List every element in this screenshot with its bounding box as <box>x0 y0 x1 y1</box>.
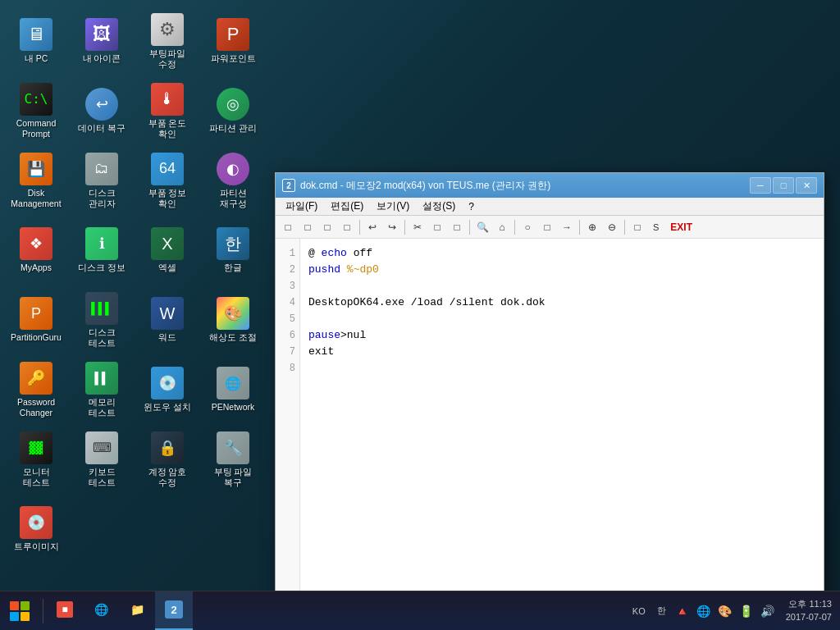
desktop-icon-pe-net[interactable]: 🌐PENetwork <box>201 357 265 422</box>
toolbar-btn-20[interactable]: ⊖ <box>603 218 621 236</box>
desktop-icon-boot-restore[interactable]: 🔧부팅 파일 복구 <box>201 427 265 492</box>
toolbar-btn-3[interactable]: □ <box>338 218 356 236</box>
word-icon: W <box>151 297 184 330</box>
my-apps-icon: ❖ <box>20 227 52 260</box>
color-adj-label: 해상도 조절 <box>209 332 257 343</box>
taskbar-clock[interactable]: 오후 11:13 2017-07-07 <box>781 598 832 623</box>
disk-mgmt-label: Disk Management <box>11 188 61 208</box>
toolbar-exit-btn[interactable]: EXIT <box>665 220 697 235</box>
toolbar-btn-1[interactable]: □ <box>299 218 317 236</box>
taskbar-folder-btn[interactable]: 📁 <box>119 591 155 631</box>
boot-fix-icon: ⚙ <box>151 13 184 46</box>
desktop-icon-acct-pw[interactable]: 🔒계정 암호 수정 <box>135 427 199 492</box>
desktop-icon-cmd[interactable]: C:\Command Prompt <box>4 78 68 144</box>
line-num-3: 3 <box>290 278 299 294</box>
toolbar-btn-22[interactable]: □ <box>628 218 646 236</box>
excel-icon: X <box>151 227 184 260</box>
toolbar-s-btn[interactable]: S <box>648 221 664 234</box>
toolbar-btn-17[interactable]: → <box>558 218 576 236</box>
menu-bar: 파일(F)편집(E)보기(V)설정(S)? <box>276 198 824 216</box>
line-numbers: 12345678 <box>276 239 300 598</box>
desktop-icon-hangul[interactable]: 한한글 <box>201 217 265 283</box>
mon-test-label: 모니터 테스트 <box>23 467 50 487</box>
desktop-icon-color-adj[interactable]: 🎨해상도 조절 <box>201 287 265 353</box>
desktop-icon-pw-changer[interactable]: 🔑Password Changer <box>4 357 68 422</box>
editor-area[interactable]: 12345678 @ echo offpushd %~dp0DesktopOK6… <box>276 239 824 598</box>
taskbar-lang[interactable]: KO <box>629 605 649 618</box>
partition-guru-label: PartitionGuru <box>11 332 62 343</box>
part-info-label: 부품 정보 확인 <box>148 188 187 208</box>
code-area[interactable]: @ echo offpushd %~dp0DesktopOK64.exe /lo… <box>300 239 824 598</box>
desktop-icon-word[interactable]: W워드 <box>135 287 199 353</box>
temp-check-icon: 🌡 <box>151 83 184 116</box>
mem-test-icon: ▌▌ <box>85 362 118 395</box>
title-bar: 2 dok.cmd - 메모장2 mod(x64) von TEUS.me (관… <box>276 173 824 198</box>
toolbar-btn-10[interactable]: □ <box>448 218 466 236</box>
desktop-icon-temp-check[interactable]: 🌡부품 온도 확인 <box>135 78 199 144</box>
title-bar-text: dok.cmd - 메모장2 mod(x64) von TEUS.me (관리자… <box>300 179 750 193</box>
word-label: 워드 <box>158 332 176 343</box>
start-button[interactable] <box>0 591 39 631</box>
desktop-icon-mon-test[interactable]: ▓▓모니터 테스트 <box>4 427 68 492</box>
maximize-button[interactable]: □ <box>773 177 794 194</box>
toolbar-btn-6[interactable]: ↪ <box>383 218 401 236</box>
toolbar-separator-7 <box>404 220 405 235</box>
toolbar-btn-16[interactable]: □ <box>538 218 556 236</box>
toolbar-btn-2[interactable]: □ <box>318 218 336 236</box>
taskbar-notepad-btn[interactable]: 2 <box>155 591 193 631</box>
excel-label: 엑셀 <box>158 262 176 273</box>
desktop-icon-true-image[interactable]: 💿트루이미지 <box>4 496 68 562</box>
minimize-button[interactable]: ─ <box>750 177 771 194</box>
desktop-icon-disk-ctrl[interactable]: 🗂디스크 관리자 <box>70 148 134 213</box>
desktop-icon-disk-test[interactable]: ▌▌▌디스크 테스트 <box>70 287 134 353</box>
desktop-icon-my-icon[interactable]: 🖼내 아이콘 <box>70 8 134 74</box>
tray-battery-icon[interactable]: 🔋 <box>738 603 755 619</box>
data-restore-label: 데이터 복구 <box>78 123 126 134</box>
menu-f[interactable]: 파일(F) <box>279 198 324 215</box>
close-button[interactable]: ✕ <box>796 177 817 194</box>
toolbar-btn-5[interactable]: ↩ <box>363 218 381 236</box>
taskbar: ■🌐📁2 KO 한 🔺 🌐 🎨 🔋 🔊 오후 11:13 2017-07-07 <box>0 591 840 630</box>
toolbar-separator-21 <box>624 220 625 235</box>
toolbar-separator-14 <box>514 220 515 235</box>
menu-v[interactable]: 보기(V) <box>370 198 416 215</box>
toolbar-btn-8[interactable]: ✂ <box>409 218 427 236</box>
menu-e[interactable]: 편집(E) <box>324 198 370 215</box>
tray-color-icon[interactable]: 🎨 <box>717 603 733 619</box>
desktop-icon-kb-test[interactable]: ⌨키보드 테스트 <box>70 427 134 492</box>
taskbar-store-btn[interactable]: ■ <box>47 591 83 631</box>
tray-network-icon[interactable]: 🌐 <box>696 603 712 619</box>
desktop-icon-boot-fix[interactable]: ⚙부팅파일 수정 <box>135 8 199 74</box>
desktop-icon-data-restore[interactable]: ↩데이터 복구 <box>70 78 134 144</box>
my-apps-label: MyApps <box>21 262 52 273</box>
toolbar-btn-9[interactable]: □ <box>428 218 446 236</box>
true-image-label: 트루이미지 <box>14 541 59 552</box>
desktop-icon-my-apps[interactable]: ❖MyApps <box>4 217 68 283</box>
desktop-icon-my-pc[interactable]: 🖥내 PC <box>4 8 68 74</box>
desktop-icon-disk-mgmt[interactable]: 💾Disk Management <box>4 148 68 213</box>
my-icon-icon: 🖼 <box>85 18 118 51</box>
menu-s[interactable]: 설정(S) <box>416 198 462 215</box>
toolbar-btn-13[interactable]: ⌂ <box>493 218 511 236</box>
desktop-icon-mem-test[interactable]: ▌▌메모리 테스트 <box>70 357 134 422</box>
toolbar-btn-0[interactable]: □ <box>279 218 297 236</box>
taskbar-lang-han[interactable]: 한 <box>654 603 669 619</box>
desktop-icon-partition-guru[interactable]: PPartitionGuru <box>4 287 68 353</box>
toolbar-btn-15[interactable]: ○ <box>518 218 536 236</box>
start-icon <box>10 601 30 621</box>
tray-volume-icon[interactable]: 🔊 <box>760 603 776 619</box>
menu-[interactable]: ? <box>462 198 481 215</box>
desktop-icon-win-install[interactable]: 💿윈도우 설치 <box>135 357 199 422</box>
tray-antivirus-icon[interactable]: 🔺 <box>674 603 691 619</box>
toolbar-btn-12[interactable]: 🔍 <box>473 218 491 236</box>
mem-test-label: 메모리 테스트 <box>89 397 116 418</box>
toolbar-btn-19[interactable]: ⊕ <box>583 218 601 236</box>
desktop-icon-part-info[interactable]: 64부품 정보 확인 <box>135 148 199 213</box>
desktop-icon-part-reorg[interactable]: ◐파티션 재구성 <box>201 148 265 213</box>
pw-changer-icon: 🔑 <box>20 362 52 395</box>
desktop-icon-powerpoint[interactable]: P파워포인트 <box>201 8 265 74</box>
taskbar-browser-btn[interactable]: 🌐 <box>83 591 119 631</box>
desktop-icon-excel[interactable]: X엑셀 <box>135 217 199 283</box>
desktop-icon-disk-info[interactable]: ℹ디스크 정보 <box>70 217 134 283</box>
desktop-icon-partition-mgmt[interactable]: ◎파티션 관리 <box>201 78 265 144</box>
